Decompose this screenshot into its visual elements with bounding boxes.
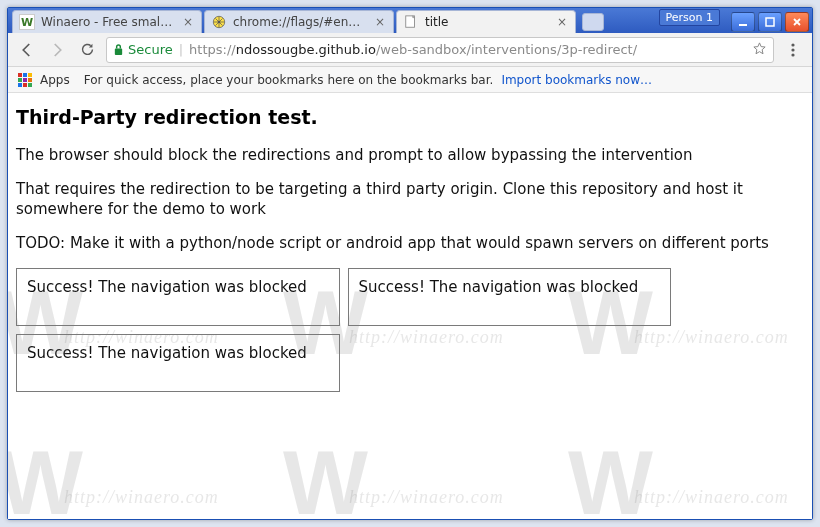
window-controls — [731, 8, 812, 33]
bookmarks-hint: For quick access, place your bookmarks h… — [84, 73, 494, 87]
tab-title: chrome://flags/#enab… — [233, 15, 367, 29]
apps-icon[interactable] — [18, 73, 32, 87]
tab-title: Winaero - Free small… — [41, 15, 175, 29]
forward-button[interactable] — [46, 39, 68, 61]
watermark-url: http://winaero.com — [64, 485, 219, 509]
browser-window: W Winaero - Free small… × chrome://flags… — [7, 7, 813, 520]
frame-msg: Success! The navigation was blocked — [359, 278, 639, 296]
favicon-winaero: W — [19, 14, 35, 30]
close-icon[interactable]: × — [555, 15, 569, 29]
toolbar: Secure | https://ndossougbe.github.io/we… — [8, 33, 812, 67]
bookmark-star-icon[interactable] — [752, 41, 767, 59]
svg-rect-4 — [766, 18, 774, 26]
lock-icon — [113, 43, 124, 56]
page-content: Third-Party redirection test. The browse… — [8, 93, 812, 519]
secure-label: Secure — [128, 42, 173, 57]
watermark-url: http://winaero.com — [349, 485, 504, 509]
close-icon[interactable]: × — [373, 15, 387, 29]
tab-strip: W Winaero - Free small… × chrome://flags… — [8, 8, 731, 33]
profile-badge[interactable]: Person 1 — [659, 9, 720, 26]
iframe-result-1: Success! The navigation was blocked — [16, 268, 340, 326]
iframe-result-3: Success! The navigation was blocked — [16, 334, 340, 392]
tab-1[interactable]: chrome://flags/#enab… × — [204, 10, 394, 33]
tab-2[interactable]: title × — [396, 10, 576, 33]
frame-msg: Success! The navigation was blocked — [27, 278, 307, 296]
window-close-button[interactable] — [785, 12, 809, 32]
maximize-button[interactable] — [758, 12, 782, 32]
watermark-logo: W — [568, 423, 654, 519]
minimize-button[interactable] — [731, 12, 755, 32]
svg-point-8 — [791, 53, 794, 56]
frame-msg: Success! The navigation was blocked — [27, 344, 307, 362]
reload-button[interactable] — [76, 39, 98, 61]
back-button[interactable] — [16, 39, 38, 61]
tab-0[interactable]: W Winaero - Free small… × — [12, 10, 202, 33]
apps-label[interactable]: Apps — [40, 73, 70, 87]
tab-title: title — [425, 15, 549, 29]
paragraph-3: TODO: Make it with a python/node script … — [16, 233, 804, 253]
svg-rect-3 — [739, 24, 747, 26]
favicon-flags — [211, 14, 227, 30]
svg-point-6 — [791, 43, 794, 46]
menu-button[interactable] — [782, 39, 804, 61]
paragraph-1: The browser should block the redirection… — [16, 145, 804, 165]
favicon-default — [403, 14, 419, 30]
svg-point-1 — [218, 21, 221, 24]
watermark-url: http://winaero.com — [634, 485, 789, 509]
url: https://ndossougbe.github.io/web-sandbox… — [189, 42, 637, 57]
svg-point-7 — [791, 48, 794, 51]
url-host: ndossougbe.github.io — [236, 42, 376, 57]
import-bookmarks-link[interactable]: Import bookmarks now… — [501, 73, 652, 87]
watermark-logo: W — [8, 423, 84, 519]
paragraph-2: That requires the redirection to be targ… — [16, 179, 804, 220]
profile-label: Person 1 — [666, 11, 713, 24]
close-icon[interactable]: × — [181, 15, 195, 29]
bookmarks-bar: Apps For quick access, place your bookma… — [8, 67, 812, 93]
separator: | — [179, 42, 183, 57]
address-bar[interactable]: Secure | https://ndossougbe.github.io/we… — [106, 37, 774, 63]
titlebar: W Winaero - Free small… × chrome://flags… — [8, 8, 812, 33]
secure-indicator: Secure — [113, 42, 173, 57]
svg-rect-5 — [115, 49, 122, 55]
watermark-logo: W — [283, 423, 369, 519]
url-scheme: https:// — [189, 42, 236, 57]
iframe-result-2: Success! The navigation was blocked — [348, 268, 672, 326]
new-tab-button[interactable] — [582, 13, 604, 31]
url-path: /web-sandbox/interventions/3p-redirect/ — [376, 42, 637, 57]
iframe-grid: Success! The navigation was blocked Succ… — [16, 268, 671, 392]
page-heading: Third-Party redirection test. — [16, 105, 804, 131]
